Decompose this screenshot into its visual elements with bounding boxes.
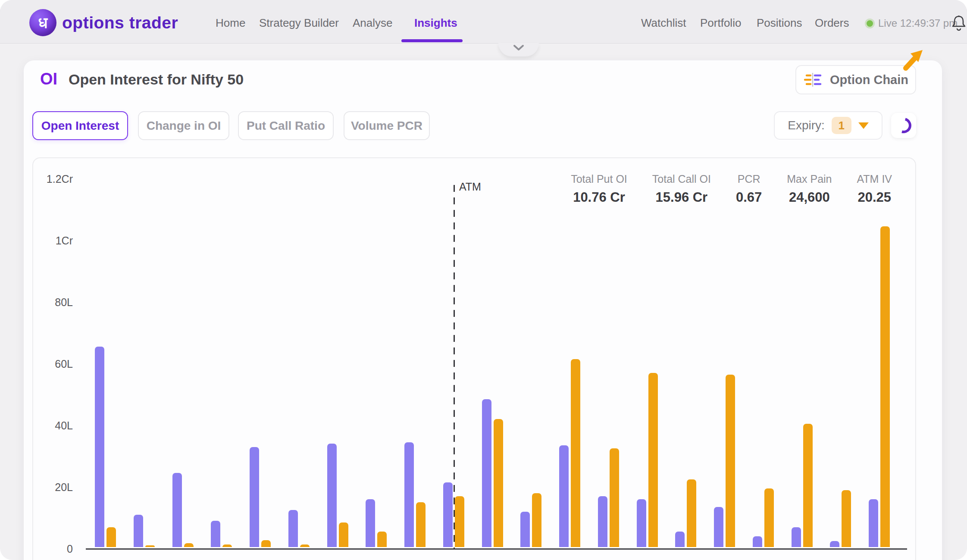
call-oi-bar-10[interactable] — [455, 496, 464, 547]
expiry-dropdown[interactable]: Expiry: 1 — [774, 111, 883, 140]
y-tick-20L: 20L — [33, 481, 73, 494]
stat-label: PCR — [736, 173, 762, 185]
option-chain-label: Option Chain — [830, 73, 908, 87]
dropdown-caret-icon — [858, 122, 869, 129]
call-oi-bar-12[interactable] — [532, 493, 541, 547]
live-dot-icon — [867, 20, 873, 27]
oi-chart-panel: Total Put OI10.76 CrTotal Call OI15.96 C… — [32, 157, 916, 560]
stat-total-put-oi: Total Put OI10.76 Cr — [571, 173, 627, 205]
put-oi-bar-17[interactable] — [714, 507, 723, 547]
y-tick-0: 0 — [33, 542, 73, 555]
y-tick-60L: 60L — [33, 357, 73, 370]
nav-item-portfolio[interactable]: Portfolio — [700, 16, 741, 30]
put-oi-bar-13[interactable] — [559, 445, 569, 547]
put-oi-bar-8[interactable] — [366, 499, 375, 547]
call-oi-bar-7[interactable] — [339, 522, 348, 547]
nav-item-positions[interactable]: Positions — [757, 16, 802, 30]
put-oi-bar-12[interactable] — [520, 512, 530, 547]
stat-total-call-oi: Total Call OI15.96 Cr — [652, 173, 711, 205]
nav-item-home[interactable]: Home — [216, 16, 245, 30]
notifications-bell-icon[interactable] — [951, 14, 967, 33]
put-oi-bar-4[interactable] — [211, 521, 220, 547]
nav-item-insights[interactable]: Insights — [414, 16, 457, 30]
expiry-value-badge: 1 — [832, 117, 851, 134]
stat-atm-iv: ATM IV20.25 — [857, 173, 892, 205]
call-oi-bar-14[interactable] — [610, 448, 619, 547]
y-tick-1.2Cr: 1.2Cr — [33, 172, 73, 185]
nav-item-strategy-builder[interactable]: Strategy Builder — [259, 16, 339, 30]
stat-value: 24,600 — [787, 190, 832, 205]
x-axis-line — [86, 548, 907, 550]
put-oi-bar-20[interactable] — [830, 541, 839, 547]
call-oi-bar-17[interactable] — [726, 375, 735, 547]
put-oi-bar-9[interactable] — [404, 442, 414, 547]
put-oi-bar-18[interactable] — [753, 536, 762, 547]
put-oi-bar-15[interactable] — [637, 499, 646, 547]
open-interest-card: OI Open Interest for Nifty 50 Option Cha… — [24, 60, 942, 560]
option-chain-icon — [803, 72, 822, 88]
put-oi-bar-1[interactable] — [95, 347, 104, 547]
stat-value: 15.96 Cr — [652, 190, 711, 205]
call-oi-bar-1[interactable] — [106, 527, 116, 547]
stat-label: Max Pain — [787, 173, 832, 185]
expiry-label: Expiry: — [788, 119, 825, 132]
option-chain-button[interactable]: Option Chain — [795, 65, 916, 94]
call-oi-bar-4[interactable] — [222, 544, 232, 547]
call-oi-bar-21[interactable] — [880, 226, 890, 547]
nav-item-analyse[interactable]: Analyse — [353, 16, 393, 30]
y-tick-80L: 80L — [33, 296, 73, 309]
live-time: 12:49:37 pm — [900, 17, 958, 29]
brand-logo[interactable]: ध — [29, 9, 56, 36]
live-status: Live 12:49:37 pm — [867, 17, 958, 29]
stat-value: 10.76 Cr — [571, 190, 627, 205]
put-oi-bar-19[interactable] — [792, 527, 801, 547]
call-oi-bar-2[interactable] — [145, 545, 155, 547]
call-oi-bar-5[interactable] — [261, 540, 271, 547]
call-oi-bar-3[interactable] — [184, 543, 194, 547]
stat-value: 0.67 — [736, 190, 762, 205]
call-oi-bar-8[interactable] — [377, 532, 387, 547]
call-oi-bar-6[interactable] — [300, 544, 310, 547]
tab-open-interest[interactable]: Open Interest — [32, 111, 128, 140]
brand-name[interactable]: options trader — [62, 13, 178, 32]
call-oi-bar-19[interactable] — [803, 424, 813, 547]
call-oi-bar-20[interactable] — [842, 490, 851, 547]
nav-item-watchlist[interactable]: Watchlist — [641, 16, 686, 30]
atm-label: ATM — [459, 181, 481, 193]
y-tick-1Cr: 1Cr — [33, 234, 73, 247]
stat-label: Total Call OI — [652, 173, 711, 185]
stat-pcr: PCR0.67 — [736, 173, 762, 205]
stat-max-pain: Max Pain24,600 — [787, 173, 832, 205]
put-oi-bar-5[interactable] — [250, 447, 259, 547]
call-oi-bar-15[interactable] — [648, 373, 658, 547]
put-oi-bar-6[interactable] — [288, 510, 298, 547]
call-oi-bar-13[interactable] — [571, 359, 580, 547]
put-oi-bar-14[interactable] — [598, 496, 607, 547]
loading-spinner-icon — [893, 115, 914, 136]
call-oi-bar-16[interactable] — [687, 479, 696, 547]
tab-put-call-ratio[interactable]: Put Call Ratio — [238, 111, 334, 140]
orange-pointer-arrow-icon — [902, 48, 925, 74]
call-oi-bar-11[interactable] — [494, 419, 503, 547]
put-oi-bar-7[interactable] — [327, 444, 337, 547]
call-oi-bar-18[interactable] — [764, 488, 774, 547]
put-oi-bar-10[interactable] — [443, 482, 453, 547]
put-oi-bar-16[interactable] — [675, 532, 685, 547]
put-oi-bar-2[interactable] — [134, 515, 143, 547]
y-tick-40L: 40L — [33, 419, 73, 432]
stat-label: Total Put OI — [571, 173, 627, 185]
page-title: Open Interest for Nifty 50 — [69, 71, 244, 88]
put-oi-bar-21[interactable] — [869, 499, 878, 547]
tab-volume-pcr[interactable]: Volume PCR — [344, 111, 430, 140]
tab-change-in-oi[interactable]: Change in OI — [138, 111, 229, 140]
nav-item-orders[interactable]: Orders — [815, 16, 849, 30]
call-oi-bar-9[interactable] — [416, 502, 426, 547]
stats-row: Total Put OI10.76 CrTotal Call OI15.96 C… — [571, 173, 892, 205]
oi-badge: OI — [40, 70, 57, 88]
active-nav-underline — [401, 39, 463, 42]
put-oi-bar-3[interactable] — [172, 473, 182, 547]
chevron-down-icon — [510, 43, 528, 53]
brand-logo-glyph: ध — [38, 15, 47, 31]
put-oi-bar-11[interactable] — [482, 399, 491, 547]
collapse-notch[interactable] — [498, 43, 539, 56]
